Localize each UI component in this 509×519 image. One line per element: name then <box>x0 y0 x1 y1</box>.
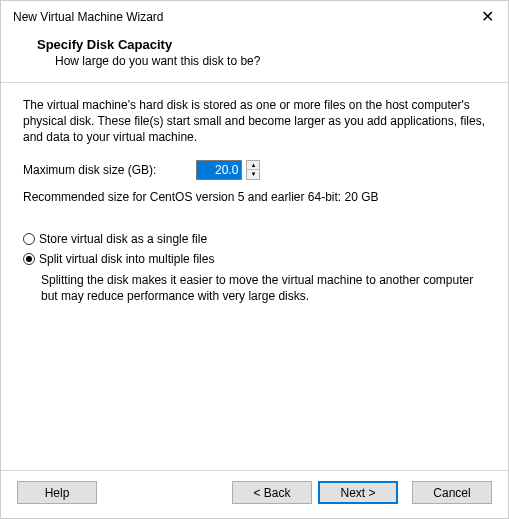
next-button[interactable]: Next > <box>318 481 398 504</box>
back-button[interactable]: < Back <box>232 481 312 504</box>
max-disk-size-label: Maximum disk size (GB): <box>23 163 156 177</box>
cancel-button[interactable]: Cancel <box>412 481 492 504</box>
spinner-down-icon[interactable]: ▼ <box>247 170 259 179</box>
radio-icon <box>23 253 35 265</box>
max-disk-size-input[interactable] <box>196 160 242 180</box>
spinner-up-icon[interactable]: ▲ <box>247 161 259 171</box>
radio-single-label: Store virtual disk as a single file <box>39 232 207 246</box>
help-button[interactable]: Help <box>17 481 97 504</box>
radio-icon <box>23 233 35 245</box>
radio-split-label: Split virtual disk into multiple files <box>39 252 214 266</box>
split-description: Splitting the disk makes it easier to mo… <box>23 272 486 304</box>
recommended-size-text: Recommended size for CentOS version 5 an… <box>23 190 486 204</box>
page-subtitle: How large do you want this disk to be? <box>37 54 496 68</box>
description-text: The virtual machine's hard disk is store… <box>23 97 486 146</box>
window-title: New Virtual Machine Wizard <box>13 10 164 24</box>
radio-single-file[interactable]: Store virtual disk as a single file <box>23 232 486 246</box>
size-spinner[interactable]: ▲ ▼ <box>246 160 260 180</box>
page-title: Specify Disk Capacity <box>37 37 496 52</box>
close-icon[interactable]: ✕ <box>477 9 498 25</box>
radio-split-files[interactable]: Split virtual disk into multiple files <box>23 252 486 266</box>
